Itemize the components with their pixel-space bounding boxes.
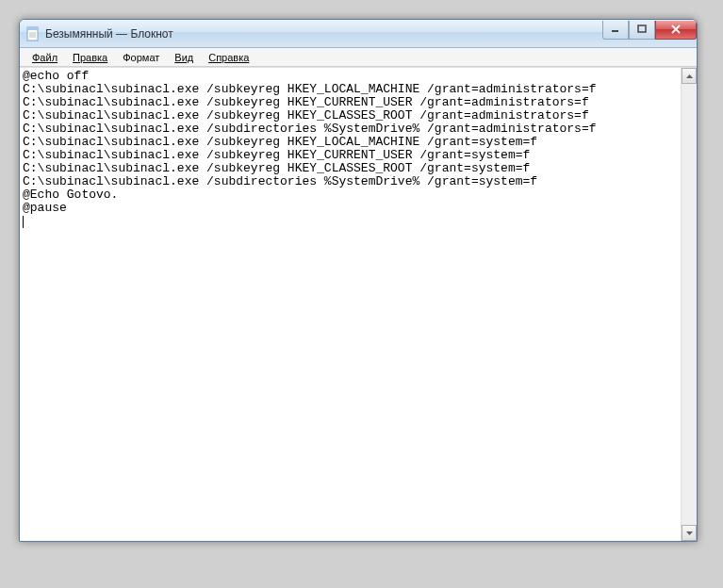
- vertical-scrollbar[interactable]: [681, 68, 697, 541]
- minimize-button[interactable]: [602, 21, 629, 40]
- content-area: @echo off C:\subinacl\subinacl.exe /subk…: [20, 67, 697, 541]
- menu-format[interactable]: Формат: [116, 50, 166, 65]
- window-controls: [602, 21, 697, 40]
- editor-text: @echo off C:\subinacl\subinacl.exe /subk…: [23, 69, 597, 215]
- menubar: Файл Правка Формат Вид Справка: [20, 48, 697, 67]
- close-button[interactable]: [655, 21, 697, 40]
- menu-view[interactable]: Вид: [168, 50, 200, 65]
- titlebar[interactable]: Безымянный — Блокнот: [20, 20, 697, 48]
- menu-help[interactable]: Справка: [202, 50, 255, 65]
- svg-marker-9: [686, 74, 693, 78]
- text-caret: [23, 216, 24, 228]
- window-title: Безымянный — Блокнот: [45, 27, 602, 41]
- scroll-up-button[interactable]: [682, 68, 697, 84]
- scroll-track[interactable]: [682, 84, 697, 525]
- svg-marker-10: [686, 531, 693, 535]
- text-editor[interactable]: @echo off C:\subinacl\subinacl.exe /subk…: [20, 68, 681, 541]
- svg-rect-6: [638, 25, 646, 32]
- scroll-down-button[interactable]: [682, 525, 697, 541]
- maximize-button[interactable]: [629, 21, 655, 40]
- notepad-icon: [25, 26, 41, 41]
- menu-edit[interactable]: Правка: [66, 50, 114, 65]
- notepad-window: Безымянный — Блокнот Файл Правка Формат …: [19, 19, 698, 542]
- menu-file[interactable]: Файл: [25, 50, 64, 65]
- svg-rect-1: [27, 27, 38, 30]
